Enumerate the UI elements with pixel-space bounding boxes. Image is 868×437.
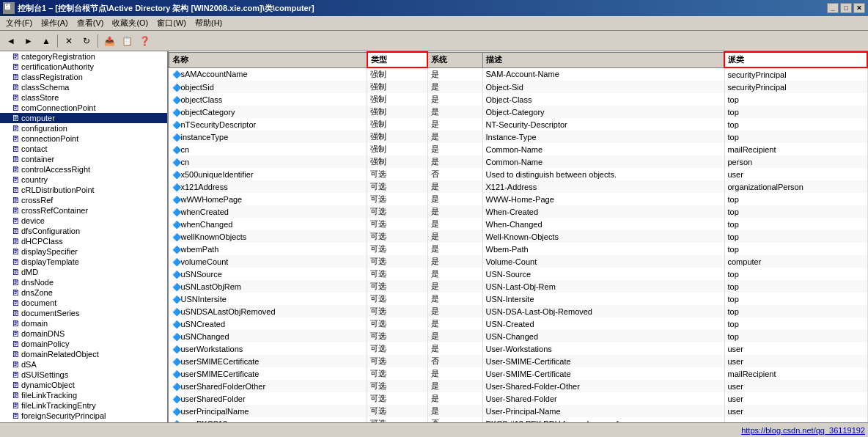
table-row[interactable]: 🔷USNIntersite 可选 是 USN-Intersite top bbox=[169, 293, 868, 305]
table-row[interactable]: 🔷objectSid 强制 是 Object-Sid securityPrinc… bbox=[169, 81, 868, 93]
tree-item-dSA[interactable]: 🖹dSA bbox=[0, 359, 167, 370]
table-row[interactable]: 🔷uSNDSALastObjRemoved 可选 是 USN-DSA-Last-… bbox=[169, 305, 868, 317]
tree-item-contact[interactable]: 🖹contact bbox=[0, 144, 167, 154]
maximize-button[interactable]: □ bbox=[840, 3, 852, 13]
tree-item-foreignSecurityPrincipal[interactable]: 🖹foreignSecurityPrincipal bbox=[0, 411, 167, 421]
table-row[interactable]: 🔷sAMAccountName 强制 是 SAM-Account-Name se… bbox=[169, 67, 868, 81]
tree-item-container[interactable]: 🖹container bbox=[0, 154, 167, 164]
table-row[interactable]: 🔷userWorkstations 可选 是 User-Workstations… bbox=[169, 342, 868, 355]
table-row[interactable]: 🔷volumeCount 可选 是 Volume-Count computer bbox=[169, 255, 868, 268]
tree-item-comConnectionPoint[interactable]: 🖹comConnectionPoint bbox=[0, 103, 167, 113]
tree-item-fileLinkTrackingEntry[interactable]: 🖹fileLinkTrackingEntry bbox=[0, 400, 167, 411]
table-row[interactable]: 🔷userPrincipalName 可选 是 User-Principal-N… bbox=[169, 405, 868, 417]
minimize-button[interactable]: _ bbox=[827, 3, 839, 13]
tree-item-documentSeries[interactable]: 🖹documentSeries bbox=[0, 308, 167, 318]
refresh-button[interactable]: ↻ bbox=[78, 33, 95, 49]
table-row[interactable]: 🔷wbemPath 可选 是 Wbem-Path top bbox=[169, 243, 868, 255]
table-row[interactable]: 🔷cn 强制 是 Common-Name mailRecipient bbox=[169, 143, 868, 155]
tree-item-domainPolicy[interactable]: 🖹domainPolicy bbox=[0, 339, 167, 349]
tree-item-controlAccessRight[interactable]: 🖹controlAccessRight bbox=[0, 164, 167, 175]
table-row[interactable]: 🔷userSMIMECertificate 可选 否 User-SMIME-Ce… bbox=[169, 355, 868, 367]
table-row[interactable]: 🔷userPKCS12 可选 否 PKCS #12 PFX PDU for ex… bbox=[169, 417, 868, 422]
tree-item-dynamicObject[interactable]: 🖹dynamicObject bbox=[0, 380, 167, 390]
cell-name: 🔷wbemPath bbox=[169, 243, 367, 255]
cell-desc: USN-Source bbox=[482, 268, 724, 280]
tree-item-domainRelatedObject[interactable]: 🖹domainRelatedObject bbox=[0, 349, 167, 359]
table-scroll[interactable]: 名称 类型 系统 描述 派类 🔷sAMAccountName 强制 是 SAM-… bbox=[169, 51, 868, 422]
tree-item-crossRefContainer[interactable]: 🖹crossRefContainer bbox=[0, 205, 167, 216]
cell-system: 是 bbox=[427, 392, 482, 405]
tree-item-country[interactable]: 🖹country bbox=[0, 175, 167, 185]
cell-desc: Volume-Count bbox=[482, 255, 724, 268]
table-row[interactable]: 🔷uSNChanged 可选 是 USN-Changed top bbox=[169, 330, 868, 342]
properties-button[interactable]: 📋 bbox=[119, 33, 135, 49]
tree-item-dHCPClass[interactable]: 🖹dHCPClass bbox=[0, 236, 167, 246]
help-button[interactable]: ❓ bbox=[136, 33, 152, 49]
tree-item-computer[interactable]: 🖹computer bbox=[0, 113, 167, 123]
cell-name: 🔷cn bbox=[169, 155, 367, 168]
close-button[interactable]: ✕ bbox=[853, 3, 865, 13]
table-row[interactable]: 🔷objectClass 强制 是 Object-Class top bbox=[169, 93, 868, 106]
tree-item-dSUISettings[interactable]: 🖹dSUISettings bbox=[0, 370, 167, 380]
stop-button[interactable]: ✕ bbox=[61, 33, 77, 49]
tree-item-certificationAuthority[interactable]: 🖹certificationAuthority bbox=[0, 62, 167, 72]
tree-item-fileLinkTracking[interactable]: 🖹fileLinkTracking bbox=[0, 390, 167, 400]
table-row[interactable]: 🔷wellKnownObjects 可选 是 Well-Known-Object… bbox=[169, 230, 868, 243]
table-row[interactable]: 🔷whenChanged 可选 是 When-Changed top bbox=[169, 218, 868, 230]
cell-name: 🔷instanceType bbox=[169, 131, 367, 143]
menu-file[interactable]: 文件(F) bbox=[1, 16, 37, 30]
cell-name: 🔷objectCategory bbox=[169, 106, 367, 118]
table-row[interactable]: 🔷whenCreated 可选 是 When-Created top bbox=[169, 205, 868, 218]
table-row[interactable]: 🔷wWWHomePage 可选 是 WWW-Home-Page top bbox=[169, 193, 868, 205]
menu-favorites[interactable]: 收藏夹(O) bbox=[108, 16, 152, 30]
tree-item-connectionPoint[interactable]: 🖹connectionPoint bbox=[0, 133, 167, 144]
tree-item-dnsNode[interactable]: 🖹dnsNode bbox=[0, 277, 167, 287]
menu-view[interactable]: 查看(V) bbox=[73, 16, 108, 30]
tree-item-displaySpecifier[interactable]: 🖹displaySpecifier bbox=[0, 246, 167, 257]
table-row[interactable]: 🔷x500uniqueIdentifier 可选 否 Used to disti… bbox=[169, 168, 868, 180]
back-button[interactable]: ◄ bbox=[3, 33, 19, 49]
tree-item-crossRef[interactable]: 🖹crossRef bbox=[0, 195, 167, 205]
table-row[interactable]: 🔷cn 强制 是 Common-Name person bbox=[169, 155, 868, 168]
menu-window[interactable]: 窗口(W) bbox=[152, 16, 191, 30]
table-row[interactable]: 🔷nTSecurityDescriptor 强制 是 NT-Security-D… bbox=[169, 118, 868, 131]
tree-item-domain[interactable]: 🖹domain bbox=[0, 318, 167, 328]
export-button[interactable]: 📤 bbox=[101, 33, 117, 49]
tree-item-device[interactable]: 🖹device bbox=[0, 216, 167, 226]
tree-item-dMD[interactable]: 🖹dMD bbox=[0, 267, 167, 277]
menu-help[interactable]: 帮助(H) bbox=[191, 16, 227, 30]
left-panel[interactable]: 🖹categoryRegistration🖹certificationAutho… bbox=[0, 51, 169, 422]
table-row[interactable]: 🔷uSNLastObjRem 可选 是 USN-Last-Obj-Rem top bbox=[169, 280, 868, 293]
tree-item-categoryRegistration[interactable]: 🖹categoryRegistration bbox=[0, 51, 167, 62]
tree-item-friendlyCountry[interactable]: 🖹friendlyCountry bbox=[0, 421, 167, 422]
tree-item-classStore[interactable]: 🖹classStore bbox=[0, 92, 167, 103]
tree-item-document[interactable]: 🖹document bbox=[0, 298, 167, 308]
forward-button[interactable]: ► bbox=[21, 33, 37, 49]
col-header-type[interactable]: 类型 bbox=[367, 52, 428, 67]
up-button[interactable]: ▲ bbox=[38, 33, 54, 49]
col-header-desc[interactable]: 描述 bbox=[482, 52, 724, 67]
col-header-system[interactable]: 系统 bbox=[427, 52, 482, 67]
menu-action[interactable]: 操作(A) bbox=[37, 16, 73, 30]
tree-item-dnsZone[interactable]: 🖹dnsZone bbox=[0, 287, 167, 298]
tree-item-classSchema[interactable]: 🖹classSchema bbox=[0, 82, 167, 92]
col-header-source[interactable]: 派类 bbox=[724, 52, 867, 67]
tree-item-domainDNS[interactable]: 🖹domainDNS bbox=[0, 328, 167, 339]
tree-item-dfsConfiguration[interactable]: 🖹dfsConfiguration bbox=[0, 226, 167, 236]
cell-name: 🔷nTSecurityDescriptor bbox=[169, 118, 367, 131]
table-row[interactable]: 🔷uSNCreated 可选 是 USN-Created top bbox=[169, 317, 868, 330]
table-row[interactable]: 🔷objectCategory 强制 是 Object-Category top bbox=[169, 106, 868, 118]
tree-item-classRegistration[interactable]: 🖹classRegistration bbox=[0, 72, 167, 82]
table-row[interactable]: 🔷userSMIMECertificate 可选 是 User-SMIME-Ce… bbox=[169, 367, 868, 380]
table-row[interactable]: 🔷userSharedFolderOther 可选 是 User-Shared-… bbox=[169, 380, 868, 392]
tree-item-displayTemplate[interactable]: 🖹displayTemplate bbox=[0, 257, 167, 267]
cell-source: user bbox=[724, 168, 867, 180]
col-header-name[interactable]: 名称 bbox=[169, 52, 367, 67]
status-link[interactable]: https://blog.csdn.net/qq_36119192 bbox=[741, 426, 865, 435]
table-row[interactable]: 🔷userSharedFolder 可选 是 User-Shared-Folde… bbox=[169, 392, 868, 405]
tree-item-cRLDistributionPoint[interactable]: 🖹cRLDistributionPoint bbox=[0, 185, 167, 195]
tree-item-configuration[interactable]: 🖹configuration bbox=[0, 123, 167, 133]
table-row[interactable]: 🔷uSNSource 可选 是 USN-Source top bbox=[169, 268, 868, 280]
table-row[interactable]: 🔷x121Address 可选 是 X121-Address organizat… bbox=[169, 180, 868, 193]
table-row[interactable]: 🔷instanceType 强制 是 Instance-Type top bbox=[169, 131, 868, 143]
